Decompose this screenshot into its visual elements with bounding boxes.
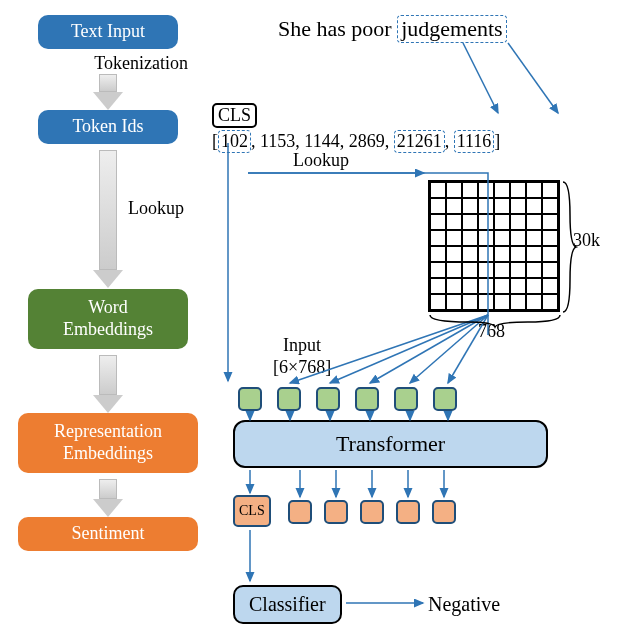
grid-cells xyxy=(428,180,560,312)
embed-square xyxy=(394,387,418,411)
lookup-label: Lookup xyxy=(128,198,184,219)
word-embed-row xyxy=(238,387,457,411)
tok-3: 2869 xyxy=(349,131,385,151)
word-embeddings-box: Word Embeddings xyxy=(28,289,188,349)
arrow-icon xyxy=(93,150,123,288)
svg-line-1 xyxy=(508,43,558,113)
judgements-word: judgements xyxy=(397,15,506,43)
arrow-icon xyxy=(93,74,123,110)
left-pipeline: Text Input Tokenization Token Ids Lookup… xyxy=(8,15,208,551)
input-dims: Input [6×768] xyxy=(273,335,331,378)
output-embed-row xyxy=(288,500,456,524)
grid-rows-label: 30k xyxy=(573,230,600,251)
tok-5: 1116 xyxy=(454,130,495,153)
text-input-box: Text Input xyxy=(38,15,178,49)
token-id-row: CLS [102, 1153, 1144, 2869, 21261, 1116] xyxy=(212,103,500,153)
embed-square xyxy=(324,500,348,524)
input-dims-l1: Input xyxy=(273,335,331,357)
token-ids-box: Token Ids xyxy=(38,110,178,144)
embed-square xyxy=(238,387,262,411)
embed-square xyxy=(277,387,301,411)
arrow-icon xyxy=(93,355,123,413)
embed-square xyxy=(433,387,457,411)
embed-square xyxy=(432,500,456,524)
embed-square xyxy=(288,500,312,524)
right-diagram: She has poor judgements CLS [102, 1153, … xyxy=(208,15,626,551)
embed-square xyxy=(396,500,420,524)
input-dims-l2: [6×768] xyxy=(273,357,331,379)
lookup-label-2: Lookup xyxy=(293,150,349,171)
tok-1: 1153 xyxy=(260,131,295,151)
svg-line-6 xyxy=(370,315,488,383)
embed-square xyxy=(360,500,384,524)
tok-4: 21261 xyxy=(394,130,445,153)
lookup-grid: 30k 768 xyxy=(428,180,560,312)
svg-line-5 xyxy=(330,315,488,383)
embed-square xyxy=(355,387,379,411)
rep-embeddings-box: Representation Embeddings xyxy=(18,413,198,473)
tok-2: 1144 xyxy=(304,131,339,151)
transformer-box: Transformer xyxy=(233,420,548,468)
cls-label: CLS xyxy=(212,103,257,128)
input-sentence: She has poor judgements xyxy=(278,15,507,43)
cls-output: CLS xyxy=(233,495,271,527)
svg-line-7 xyxy=(410,315,488,383)
embed-square xyxy=(316,387,340,411)
output-negative: Negative xyxy=(428,593,500,616)
tokenization-label: Tokenization xyxy=(94,53,188,74)
grid-cols-label: 768 xyxy=(478,321,505,342)
tok-0: 102 xyxy=(218,130,251,153)
sentence-pre: She has poor xyxy=(278,16,397,41)
sentiment-box: Sentiment xyxy=(18,517,198,551)
classifier-box: Classifier xyxy=(233,585,342,624)
arrow-icon xyxy=(93,479,123,517)
